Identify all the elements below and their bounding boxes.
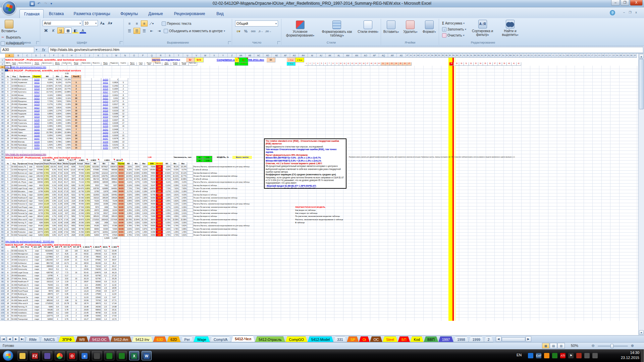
row-header-44[interactable]: 44 <box>0 109 5 112</box>
cell[interactable]: 679980 <box>91 168 100 171</box>
cell[interactable]: 20,98% <box>179 218 187 221</box>
cell[interactable]: SrG45 <box>101 134 110 137</box>
cell[interactable]: SrG15 <box>118 175 125 178</box>
cell[interactable]: 5 <box>5 178 11 181</box>
cell[interactable]: 0,05% <box>42 134 53 137</box>
cell[interactable]: 14,92 <box>62 255 71 258</box>
row1-subtitle[interactable]: научно-исследовательс <box>152 58 185 62</box>
cell[interactable]: 30017 <box>100 212 109 215</box>
column-header-AM[interactable]: AM <box>343 54 353 58</box>
cell[interactable]: 100 <box>71 249 81 252</box>
cell[interactable]: 8,15% <box>171 168 179 171</box>
cell[interactable]: 2296 <box>69 206 76 209</box>
percent-icon[interactable]: % <box>243 28 249 34</box>
cell[interactable]: 67252 <box>100 199 109 202</box>
cell[interactable]: 25 380 <box>76 199 85 202</box>
t2-group-header[interactable]: TOT EMP <box>39 159 54 162</box>
cell[interactable]: 2245 <box>69 218 76 221</box>
cell[interactable]: 49-0000 <box>11 140 17 143</box>
cell[interactable]: 0,36 <box>156 209 163 212</box>
cell[interactable]: 17 <box>119 122 128 125</box>
cell[interactable]: 7,72% <box>125 187 132 190</box>
taskbar-clock[interactable]: 14:30 23.12.2015 <box>621 350 639 360</box>
cell[interactable]: 3,92% <box>163 193 171 196</box>
column-header-X[interactable]: X <box>210 54 219 58</box>
cell[interactable]: 1342751 <box>100 175 109 178</box>
cell[interactable]: Building an <box>17 209 28 212</box>
cell[interactable]: 13,74 <box>63 234 69 237</box>
row-header-45[interactable]: 45 <box>0 112 5 115</box>
row2-label[interactable]: Служб ы <box>119 62 128 66</box>
column-header-W[interactable]: W <box>201 54 210 58</box>
ling-line[interactable]: Как видно из таблицы <box>295 209 382 212</box>
cell[interactable]: 1,5 <box>101 296 110 299</box>
cell[interactable]: SrG25 <box>33 103 42 106</box>
teamviewer-icon[interactable] <box>528 353 533 358</box>
cell-a41[interactable]: 41 <box>196 156 203 159</box>
cell[interactable]: 8 <box>71 94 81 97</box>
underline-button[interactable]: Ч <box>57 27 64 34</box>
cell[interactable]: Как вид Как видно из таблицы <box>193 231 314 234</box>
cell[interactable]: 385200 <box>34 215 44 218</box>
cell[interactable]: Sales and R <box>17 215 28 218</box>
cell[interactable]: 0,7 <box>53 255 62 258</box>
cell[interactable]: 0,79 <box>156 196 163 199</box>
cell[interactable]: SrG13 <box>33 84 42 87</box>
fx-icon[interactable]: fx <box>39 48 48 52</box>
office-button[interactable] <box>2 1 16 15</box>
row-header-56[interactable]: 56 <box>0 146 5 149</box>
row-header-37[interactable]: 37 <box>0 87 5 90</box>
sheet-tab-NAICS[interactable]: NAICS <box>40 336 58 342</box>
t2-header[interactable]: № <box>5 162 11 165</box>
cell[interactable]: 22 <box>5 143 11 146</box>
cell[interactable]: 27581 <box>148 209 156 212</box>
column-header-CM[interactable]: CM <box>566 54 570 58</box>
cell[interactable]: 1227860 <box>42 255 53 258</box>
cell[interactable]: 2,5 <box>101 305 110 308</box>
cell[interactable]: Продажи <box>17 128 33 131</box>
cell[interactable]: SrG53 <box>101 146 110 149</box>
cell[interactable]: 62790 <box>92 277 101 280</box>
cell[interactable]: 31-0000 <box>11 284 17 287</box>
cell[interactable] <box>92 106 101 109</box>
cell[interactable] <box>92 103 101 106</box>
cell[interactable]: 3,5 <box>101 290 110 293</box>
cell[interactable]: 13 <box>5 202 11 205</box>
zoom-slider-thumb[interactable] <box>610 344 613 348</box>
restore-button[interactable]: ❐ <box>621 0 629 6</box>
cell[interactable]: 64394 <box>100 228 109 231</box>
cell[interactable]: 0,09% <box>53 97 62 100</box>
cell[interactable]: 20 <box>5 137 11 140</box>
cell[interactable]: 0,38% <box>179 209 187 212</box>
cell[interactable]: Personal Ca <box>17 296 33 299</box>
cell[interactable]: 13,74 <box>110 318 119 321</box>
cell[interactable]: 73210 <box>92 265 101 268</box>
cell[interactable]: 0,9% <box>49 199 57 202</box>
cell[interactable]: SrG39 <box>101 125 110 128</box>
row-header-81[interactable]: 81 <box>0 224 5 227</box>
cell[interactable]: 28970 <box>42 293 53 296</box>
cell[interactable]: 37,93 <box>57 172 63 175</box>
cell[interactable]: 1,50% <box>44 181 49 184</box>
cell[interactable]: Industry To <box>17 165 28 168</box>
cell[interactable]: 0,90% <box>85 196 91 199</box>
cell[interactable]: 2,40% <box>62 109 71 112</box>
cell[interactable]: SrG17 <box>101 90 110 94</box>
cell[interactable]: 0,52 <box>156 218 163 221</box>
cell[interactable]: 39,67 <box>63 175 69 178</box>
row-header-101[interactable]: 101 <box>0 287 5 290</box>
cell[interactable]: 16,62% <box>132 175 140 178</box>
cell-a41v[interactable]: 2,81 <box>203 156 212 159</box>
last-sheet-icon[interactable]: ▶| <box>19 336 25 342</box>
cell[interactable]: 13,26 <box>81 293 92 296</box>
vertical-scroll-thumb[interactable] <box>639 59 644 109</box>
row-header-104[interactable]: 104 <box>0 296 5 299</box>
cell[interactable]: 10,71% <box>125 178 132 181</box>
cell[interactable]: Transportati <box>17 318 33 321</box>
cell[interactable]: 0,33% <box>53 122 62 125</box>
column-header-U[interactable]: U <box>183 54 192 58</box>
cell[interactable]: 68650 <box>91 228 100 231</box>
cell[interactable]: 0,8 <box>101 299 110 302</box>
row2-label[interactable]: Транс порт <box>189 62 197 66</box>
column-header-DA[interactable]: DA <box>615 54 619 58</box>
